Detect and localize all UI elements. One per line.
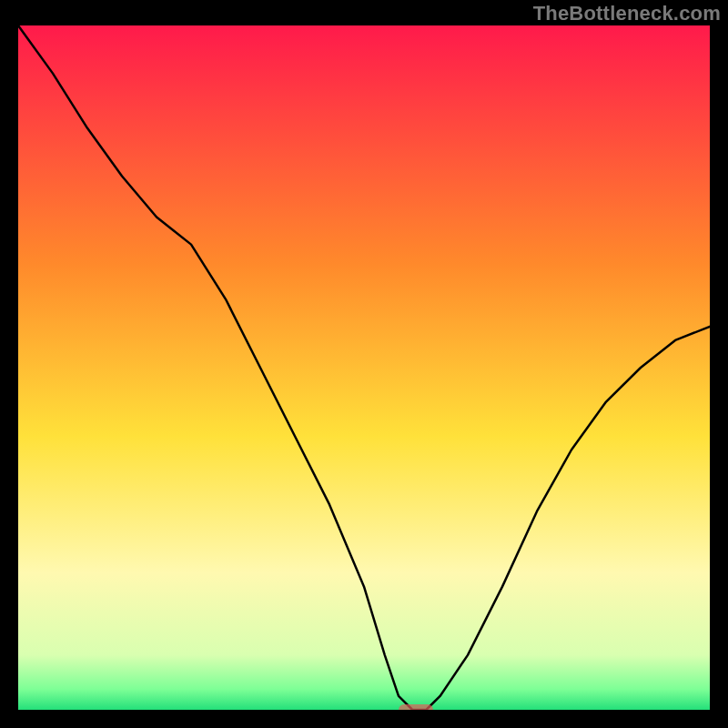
- chart-svg: [18, 25, 710, 710]
- chart-container: TheBottleneck.com: [0, 0, 728, 728]
- optimal-marker: [399, 704, 433, 710]
- watermark-text: TheBottleneck.com: [533, 2, 721, 25]
- plot-area: [18, 25, 710, 710]
- chart-background: [18, 25, 710, 710]
